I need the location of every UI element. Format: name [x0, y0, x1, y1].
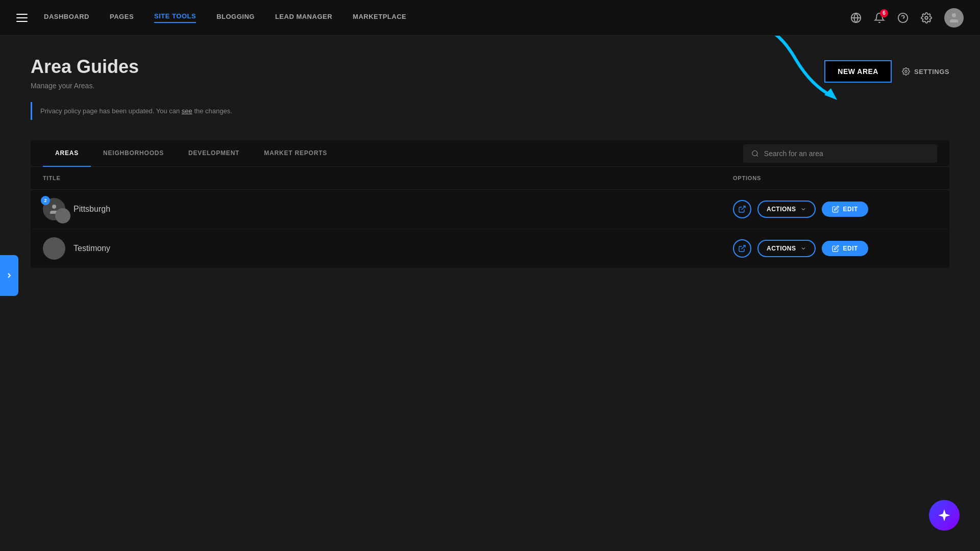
- sparkle-icon: [937, 508, 951, 522]
- svg-marker-6: [824, 88, 837, 100]
- tab-bar: AREAS NEIGHBORHOODS DEVELOPMENT MARKET R…: [31, 140, 949, 167]
- settings-button[interactable]: SETTINGS: [902, 67, 949, 76]
- nav-pages[interactable]: PAGES: [110, 13, 134, 22]
- row-avatar-partial: [43, 237, 65, 260]
- sidebar-toggle[interactable]: [0, 255, 18, 296]
- col-title-header: TITLE: [43, 175, 733, 181]
- row-external-link-button-2[interactable]: [733, 239, 751, 258]
- row-external-link-button[interactable]: [733, 200, 751, 218]
- nav-site-tools[interactable]: SITE TOOLS: [154, 12, 196, 23]
- settings-icon[interactable]: [921, 12, 932, 23]
- nav-right: 6: [850, 8, 964, 28]
- notification-badge: 6: [880, 9, 888, 17]
- table-header: TITLE OPTIONS: [31, 167, 949, 190]
- tab-section: AREAS NEIGHBORHOODS DEVELOPMENT MARKET R…: [31, 140, 949, 268]
- row-actions: ACTIONS EDIT: [733, 200, 937, 218]
- row-left: 2 Pittsburgh: [43, 198, 733, 220]
- nav-links: DASHBOARD PAGES SITE TOOLS BLOGGING LEAD…: [44, 12, 850, 23]
- page-subtitle: Manage your Areas.: [31, 82, 139, 90]
- table-row: Testimony ACTIONS EDIT: [31, 229, 949, 268]
- privacy-text-before: Privacy policy page has been updated. Yo…: [40, 107, 182, 115]
- search-input[interactable]: [764, 149, 929, 158]
- svg-line-12: [742, 245, 745, 249]
- col-options-header: OPTIONS: [733, 175, 937, 181]
- tab-items: AREAS NEIGHBORHOODS DEVELOPMENT MARKET R…: [43, 140, 743, 166]
- row-badge: 2: [41, 196, 50, 205]
- header-actions: NEW AREA SETTINGS: [824, 60, 949, 83]
- topnav: DASHBOARD PAGES SITE TOOLS BLOGGING LEAD…: [0, 0, 980, 36]
- privacy-notice: Privacy policy page has been updated. Yo…: [31, 102, 949, 120]
- row-name: Pittsburgh: [74, 205, 110, 214]
- page-title-section: Area Guides Manage your Areas.: [31, 56, 139, 90]
- svg-line-9: [756, 155, 758, 156]
- search-icon: [751, 149, 759, 158]
- privacy-see-link[interactable]: see: [182, 107, 192, 115]
- privacy-text-after: the changes.: [192, 107, 232, 115]
- svg-point-7: [905, 70, 907, 72]
- nav-blogging[interactable]: BLOGGING: [216, 13, 255, 22]
- svg-point-5: [952, 13, 956, 17]
- row-edit-button-2[interactable]: EDIT: [822, 241, 868, 256]
- page-title: Area Guides: [31, 56, 139, 78]
- nav-lead-manager[interactable]: LEAD MANAGER: [275, 13, 332, 22]
- table-row: 2 Pittsburgh ACTIONS EDIT: [31, 190, 949, 229]
- tab-areas[interactable]: AREAS: [43, 140, 91, 167]
- tab-market-reports[interactable]: MARKET REPORTS: [252, 140, 339, 167]
- page-header: Area Guides Manage your Areas. NEW AREA …: [31, 56, 949, 90]
- svg-line-11: [742, 206, 745, 210]
- svg-point-10: [52, 205, 56, 209]
- globe-icon[interactable]: [850, 12, 862, 23]
- hamburger-menu[interactable]: [16, 14, 28, 22]
- notifications-icon[interactable]: 6: [874, 12, 885, 23]
- row-actions-dropdown-button-2[interactable]: ACTIONS: [757, 240, 816, 257]
- support-icon[interactable]: [897, 12, 909, 23]
- row-name-partial: Testimony: [74, 244, 110, 253]
- nav-marketplace[interactable]: MARKETPLACE: [353, 13, 406, 22]
- search-area-container: [743, 144, 937, 163]
- nav-dashboard[interactable]: DASHBOARD: [44, 13, 89, 22]
- row-actions-dropdown-button[interactable]: ACTIONS: [757, 201, 816, 218]
- svg-point-4: [925, 16, 928, 19]
- row-actions-partial: ACTIONS EDIT: [733, 239, 937, 258]
- ai-button[interactable]: [929, 500, 960, 531]
- row-left-partial: Testimony: [43, 237, 733, 260]
- user-avatar[interactable]: [944, 8, 964, 28]
- tab-development[interactable]: DEVELOPMENT: [176, 140, 252, 167]
- new-area-button[interactable]: NEW AREA: [824, 60, 892, 83]
- svg-point-8: [752, 151, 757, 156]
- row-edit-button[interactable]: EDIT: [822, 202, 868, 217]
- row-avatar-container: 2: [43, 198, 65, 220]
- row-avatar-small: [55, 208, 70, 223]
- main-content: Area Guides Manage your Areas. NEW AREA …: [0, 36, 980, 551]
- tab-neighborhoods[interactable]: NEIGHBORHOODS: [91, 140, 176, 167]
